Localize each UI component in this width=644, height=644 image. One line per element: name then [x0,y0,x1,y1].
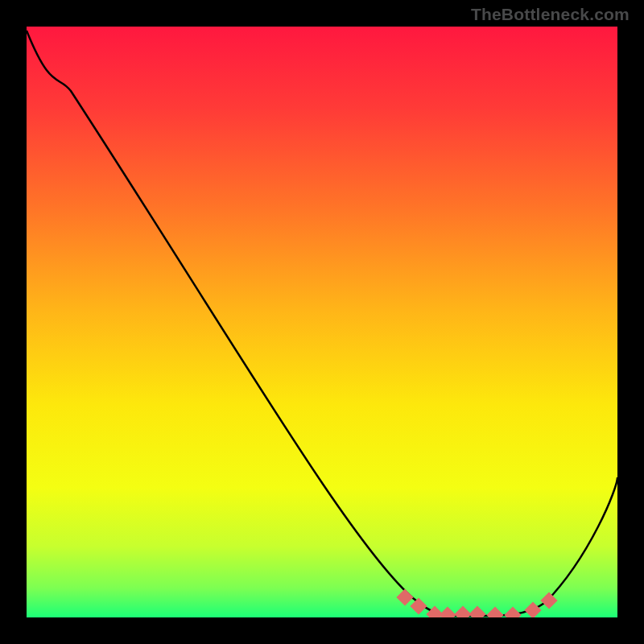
plot-area [27,27,617,617]
watermark-text: TheBottleneck.com [471,5,630,24]
bottleneck-curve [27,27,617,617]
chart-stage: TheBottleneck.com [0,0,644,644]
